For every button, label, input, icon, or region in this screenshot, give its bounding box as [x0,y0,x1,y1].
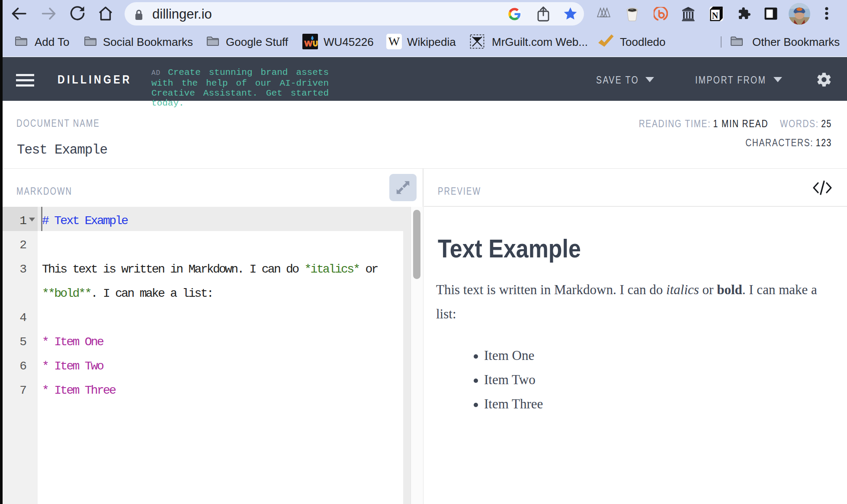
svg-text:W: W [388,35,400,48]
svg-text:N: N [712,11,719,20]
